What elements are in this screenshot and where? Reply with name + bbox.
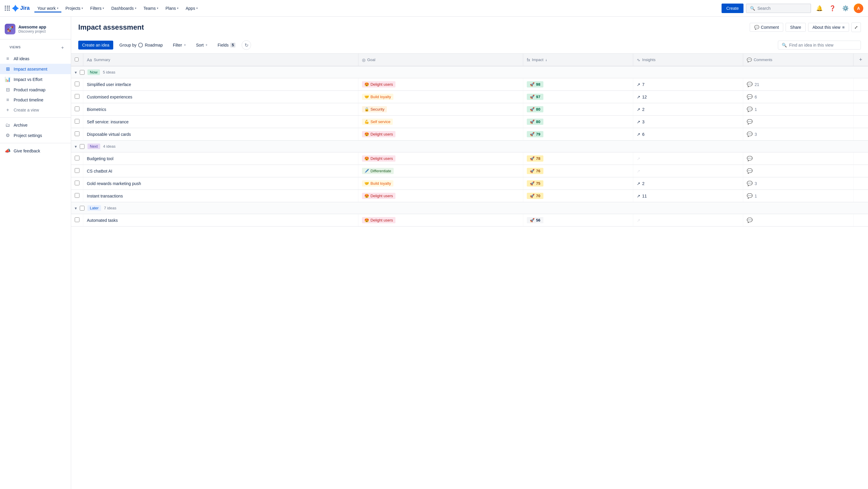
comment-icon: 💬 (747, 217, 753, 223)
group-checkbox-next[interactable] (80, 144, 85, 149)
sidebar-item-impact-assessment[interactable]: ⊞ Impact assesment (0, 64, 71, 74)
row-insights-cell: ↗3 (633, 116, 743, 128)
row-checkbox[interactable] (75, 94, 80, 99)
goal-tag[interactable]: 🔒 Security (362, 106, 387, 112)
goal-tag[interactable]: 😍 Delight users (362, 217, 396, 223)
row-checkbox[interactable] (75, 193, 80, 198)
row-checkbox[interactable] (75, 106, 80, 111)
add-column-button[interactable]: + (857, 57, 865, 63)
table-body: ▾ Now 5 ideas Simplified user interface … (71, 66, 868, 226)
row-summary-text[interactable]: Instant transactions (87, 194, 123, 198)
filter-button[interactable]: Filter + (169, 41, 190, 50)
trend-icon: ↗ (637, 107, 640, 112)
sidebar-item-product-timeline[interactable]: ≡ Product timeline (0, 95, 71, 105)
nav-teams[interactable]: Teams ▾ (141, 4, 161, 12)
user-avatar[interactable]: A (854, 4, 863, 13)
create-idea-button[interactable]: Create an idea (78, 41, 113, 50)
about-view-button[interactable]: About this view ≡ (808, 23, 849, 32)
comment-icon: 💬 (747, 193, 753, 199)
goal-tag[interactable]: 🤝 Build loyalty (362, 180, 393, 186)
row-summary-text[interactable]: Customised experiences (87, 95, 132, 99)
table-row: Self service: insurance 💪 Self service 🚀… (71, 116, 868, 128)
goal-tag[interactable]: 🤝 Build loyalty (362, 94, 393, 100)
group-checkbox-later[interactable] (80, 206, 85, 211)
help-button[interactable]: ❓ (828, 4, 837, 13)
comment-button[interactable]: 💬 Comment (750, 23, 783, 32)
comment-icon: 💬 (747, 156, 753, 161)
group-checkbox-now[interactable] (80, 70, 85, 75)
nav-dashboards[interactable]: Dashboards ▾ (108, 4, 139, 12)
row-summary-text[interactable]: Gold rewards marketing push (87, 181, 141, 186)
group-tag-later: Later (88, 205, 101, 211)
goal-tag[interactable]: 😍 Delight users (362, 193, 396, 199)
row-checkbox-cell (71, 78, 83, 91)
goal-tag[interactable]: 🖊️ Differentiate (362, 168, 394, 174)
row-checkbox-cell (71, 214, 83, 226)
row-summary-text[interactable]: Budgeting tool (87, 156, 114, 161)
sidebar-item-impact-vs-effort[interactable]: 📊 Impact vs Effort (0, 74, 71, 85)
group-chevron-now[interactable]: ▾ (75, 70, 77, 75)
sidebar-item-give-feedback[interactable]: 📣 Give feedback (0, 146, 71, 156)
rocket-icon: 🚀 (530, 181, 534, 186)
group-chevron-next[interactable]: ▾ (75, 144, 77, 149)
notifications-button[interactable]: 🔔 (815, 4, 824, 13)
col-header-comments: 💬 Comments (743, 54, 853, 66)
idea-search[interactable]: 🔍 (778, 41, 861, 50)
refresh-icon: ↻ (245, 42, 248, 48)
settings-button[interactable]: ⚙️ (841, 4, 850, 13)
table-row: Automated tasks 😍 Delight users 🚀56 ↗ 💬 (71, 214, 868, 226)
search-input[interactable] (757, 6, 807, 11)
row-summary-text[interactable]: Simplified user interface (87, 82, 131, 87)
row-summary-text[interactable]: Automated tasks (87, 218, 118, 223)
goal-icon: ◎ (362, 58, 366, 62)
global-search[interactable]: 🔍 (746, 4, 811, 13)
col-header-add[interactable]: + (853, 54, 868, 66)
fields-button[interactable]: Fields 5 (214, 41, 239, 50)
select-all-checkbox[interactable] (75, 58, 79, 61)
group-by-button[interactable]: Group by Roadmap (116, 41, 166, 50)
row-checkbox[interactable] (75, 217, 80, 222)
apps-grid-icon[interactable] (5, 6, 10, 11)
sidebar-item-all-ideas[interactable]: ≡ All ideas (0, 54, 71, 64)
create-button[interactable]: Create (721, 4, 743, 13)
sidebar-item-create-view[interactable]: + Create a view (0, 105, 71, 115)
sidebar-item-product-roadmap[interactable]: ⊟ Product roadmap (0, 85, 71, 95)
row-goal-cell: 🔒 Security (358, 103, 523, 116)
nav-filters[interactable]: Filters ▾ (87, 4, 107, 12)
sidebar-item-archive[interactable]: 🗂 Archive (0, 120, 71, 130)
col-header-impact[interactable]: fx Impact ↓ (523, 54, 633, 66)
goal-label: Delight users (371, 218, 393, 222)
goal-tag[interactable]: 😍 Delight users (362, 155, 396, 162)
rocket-icon: 🚀 (530, 120, 534, 124)
row-checkbox[interactable] (75, 131, 80, 136)
expand-button[interactable]: ⤢ (851, 23, 861, 32)
row-checkbox[interactable] (75, 119, 80, 124)
goal-tag[interactable]: 💪 Self service (362, 119, 393, 125)
row-checkbox[interactable] (75, 168, 80, 173)
goal-tag[interactable]: 😍 Delight users (362, 131, 396, 137)
impact-badge: 🚀97 (527, 94, 543, 100)
share-button[interactable]: Share (785, 23, 805, 32)
goal-label: Delight users (371, 132, 393, 136)
sort-button[interactable]: Sort + (192, 41, 211, 50)
nav-projects[interactable]: Projects ▾ (63, 4, 86, 12)
row-checkbox[interactable] (75, 181, 80, 185)
idea-search-input[interactable] (789, 43, 857, 48)
row-extra-cell (853, 214, 868, 226)
row-summary-text[interactable]: Disposable virtual cards (87, 132, 131, 137)
row-checkbox[interactable] (75, 82, 80, 86)
row-summary-text[interactable]: Biometrics (87, 107, 106, 112)
group-tag-now: Now (88, 69, 100, 75)
add-view-button[interactable]: + (59, 44, 66, 51)
sidebar-item-project-settings[interactable]: ⚙ Project settings (0, 130, 71, 141)
nav-apps[interactable]: Apps ▾ (183, 4, 201, 12)
nav-plans[interactable]: Plans ▾ (162, 4, 181, 12)
goal-tag[interactable]: 😍 Delight users (362, 81, 396, 88)
nav-your-work[interactable]: Your work ▾ (34, 4, 61, 12)
group-chevron-later[interactable]: ▾ (75, 206, 77, 211)
row-checkbox[interactable] (75, 156, 80, 160)
refresh-button[interactable]: ↻ (242, 40, 251, 50)
row-summary-text[interactable]: Self service: insurance (87, 120, 129, 124)
row-summary-text[interactable]: CS chatbot AI (87, 169, 112, 174)
jira-logo[interactable]: Jira (12, 5, 30, 12)
